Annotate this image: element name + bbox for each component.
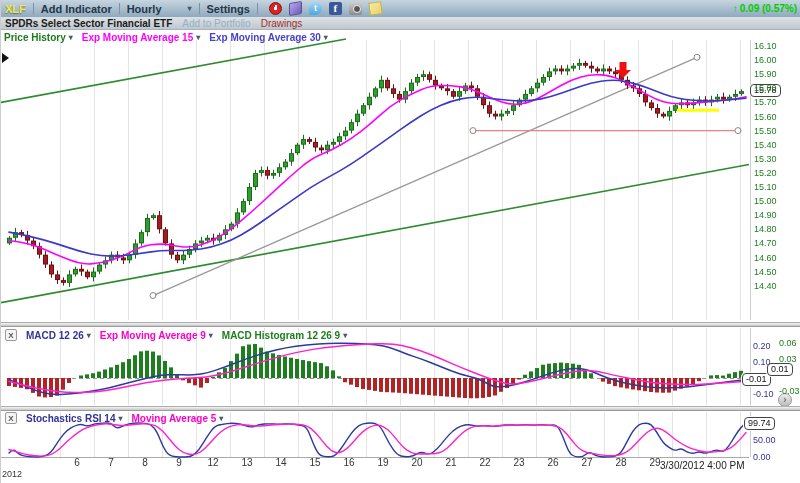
last-bar-timestamp: 3/30/2012 4:00 PM	[660, 460, 745, 471]
date-axis-label: 7	[98, 457, 124, 468]
year-label: 2012	[2, 469, 22, 479]
price-axis-tick: 16.10	[754, 41, 777, 51]
price-axis-tick: 14.40	[754, 281, 777, 291]
add-indicator-button[interactable]: Add Indicator	[41, 3, 112, 15]
date-axis-label: 19	[370, 457, 396, 468]
add-to-portfolio-link[interactable]: Add to Portfolio	[182, 18, 250, 29]
price-axis-tick: 15.80	[754, 83, 777, 93]
alarm-clock-icon[interactable]	[269, 2, 282, 15]
date-axis-label: 27	[574, 457, 600, 468]
macd-axis-tick: 0.10	[753, 357, 771, 367]
price-axis-tick: 15.00	[754, 196, 777, 206]
drawings-menu[interactable]: Drawings	[261, 18, 303, 29]
facebook-icon[interactable]: f	[329, 2, 342, 15]
histogram-axis-tick: -0.03	[779, 386, 800, 396]
chevron-down-icon: ▾	[196, 33, 200, 42]
macd-panel-legend: X MACD 12 26 ▾ Exp Moving Average 9 ▾ MA…	[5, 329, 347, 341]
chevron-down-icon: ▾	[209, 331, 213, 340]
chevron-down-icon: ▾	[219, 414, 223, 423]
price-chart-canvas[interactable]	[1, 30, 800, 322]
price-axis-tick: 14.80	[754, 224, 777, 234]
change-value: 0.09 (0.57%)	[740, 3, 797, 14]
price-axis-tick: 15.70	[754, 97, 777, 107]
histogram-axis-tick: 0.06	[779, 338, 797, 348]
date-axis-label: 14	[268, 457, 294, 468]
ema15-label: Exp Moving Average 15	[82, 32, 194, 43]
histogram-axis-tick: 0.03	[779, 354, 797, 364]
twitter-icon[interactable]: t	[309, 2, 322, 15]
price-axis-tick: 15.40	[754, 140, 777, 150]
macd-close-button[interactable]: X	[5, 329, 17, 341]
histogram-value-badge: 0.01	[767, 363, 793, 376]
date-axis-label: 8	[132, 457, 158, 468]
chevron-down-icon: ▾	[118, 414, 122, 423]
interval-dropdown[interactable]: Hourly ▾	[127, 3, 192, 15]
chart-app-window: XLF Add Indicator Hourly ▾ Settings t f …	[0, 0, 800, 483]
toolbar-separator	[257, 3, 258, 14]
date-axis-label: 22	[472, 457, 498, 468]
stoch-panel-legend: X Stochastics RSI 14 ▾ Moving Average 5 …	[5, 412, 223, 424]
cube-3d-icon[interactable]	[289, 1, 302, 16]
macd-dropdown[interactable]: MACD 12 26 ▾	[26, 330, 91, 341]
macd-ema9-dropdown[interactable]: Exp Moving Average 9 ▾	[100, 330, 213, 341]
settings-button[interactable]: Settings	[207, 3, 250, 15]
sticky-note-icon[interactable]	[368, 1, 383, 16]
date-axis-label: 26	[540, 457, 566, 468]
toolbar-icon-group: t f	[269, 2, 382, 15]
date-axis-label: 20	[404, 457, 430, 468]
camera-snapshot-icon[interactable]	[349, 2, 362, 15]
price-axis-tick: 14.90	[754, 210, 777, 220]
price-axis-tick: 15.10	[754, 182, 777, 192]
date-axis-label: 16	[336, 457, 362, 468]
price-axis-tick: 15.90	[754, 69, 777, 79]
macd-label: MACD 12 26	[26, 330, 84, 341]
stoch-value-badge: 99.74	[744, 417, 775, 430]
instrument-name: SPDRs Select Sector Financial ETF	[5, 18, 172, 29]
chevron-down-icon: ▾	[343, 331, 347, 340]
chevron-down-icon: ▾	[324, 33, 328, 42]
macd-value-badge: -0.01	[742, 373, 771, 386]
macd-histogram-label: MACD Histogram 12 26 9	[222, 330, 340, 341]
price-axis-tick: 15.20	[754, 168, 777, 178]
price-axis-tick: 16.00	[754, 55, 777, 65]
date-axis-label: 6	[64, 457, 90, 468]
macd-axis-tick: 0.20	[753, 341, 771, 351]
price-change-readout: ↑ 0.09 (0.57%)	[733, 3, 797, 14]
up-arrow-icon: ↑	[733, 3, 738, 14]
date-axis-label: 23	[506, 457, 532, 468]
chevron-down-icon: ▾	[69, 33, 73, 42]
stoch-axis-tick: 50.00	[753, 435, 776, 445]
macd-histogram-dropdown[interactable]: MACD Histogram 12 26 9 ▾	[222, 330, 347, 341]
ema30-dropdown[interactable]: Exp Moving Average 30 ▾	[209, 32, 328, 43]
symbol-ticker[interactable]: XLF	[5, 3, 26, 15]
stoch-ma-dropdown[interactable]: Moving Average 5 ▾	[132, 413, 224, 424]
date-axis-label: 9	[166, 457, 192, 468]
symbol-info-bar: SPDRs Select Sector Financial ETF Add to…	[1, 17, 800, 30]
date-axis-label: 21	[438, 457, 464, 468]
toolbar-separator	[119, 3, 120, 14]
ema30-label: Exp Moving Average 30	[209, 32, 321, 43]
date-axis-label: 12	[200, 457, 226, 468]
ema15-dropdown[interactable]: Exp Moving Average 15 ▾	[82, 32, 201, 43]
date-axis-label: 13	[234, 457, 260, 468]
stoch-rsi-dropdown[interactable]: Stochastics RSI 14 ▾	[26, 413, 123, 424]
price-axis-tick: 14.60	[754, 253, 777, 263]
price-axis-tick: 15.60	[754, 112, 777, 122]
stoch-rsi-label: Stochastics RSI 14	[26, 413, 115, 424]
price-axis-tick: 14.70	[754, 238, 777, 248]
macd-axis-tick: -0.10	[753, 389, 774, 399]
stoch-axis-tick: 0.00	[753, 452, 771, 462]
toolbar-separator	[33, 3, 34, 14]
price-history-dropdown[interactable]: Price History ▾	[4, 32, 73, 43]
date-axis-label: 15	[302, 457, 328, 468]
price-axis-tick: 14.50	[754, 267, 777, 277]
toolbar-separator	[199, 3, 200, 14]
stoch-ma-label: Moving Average 5	[132, 413, 217, 424]
price-history-label: Price History	[4, 32, 66, 43]
date-axis-label: 28	[608, 457, 634, 468]
price-panel-legend: Price History ▾ Exp Moving Average 15 ▾ …	[4, 32, 328, 43]
stoch-close-button[interactable]: X	[5, 412, 17, 424]
chevron-down-icon: ▾	[87, 331, 91, 340]
macd-ema9-label: Exp Moving Average 9	[100, 330, 206, 341]
chevron-down-icon: ▾	[188, 4, 192, 13]
